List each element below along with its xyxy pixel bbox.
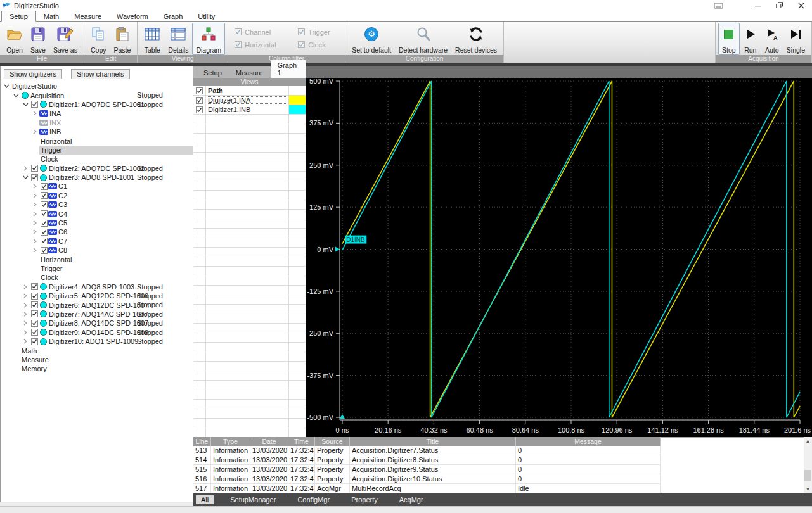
log-row[interactable]: 514Information13/03/202017:32:40Property…	[193, 455, 661, 465]
chevron-right-icon[interactable]	[30, 111, 39, 116]
log-tab-configmgr[interactable]: ConfigMgr	[292, 495, 335, 504]
tree-row[interactable]: Horizontal	[1, 255, 193, 263]
view-checkbox[interactable]	[193, 96, 206, 104]
tree-checkbox[interactable]	[39, 229, 48, 236]
tree-row[interactable]: C6	[1, 227, 193, 236]
tab-measure[interactable]: Measure	[229, 68, 269, 78]
tab-graph-1[interactable]: Graph 1	[271, 60, 306, 78]
tree-row[interactable]: Digitizer1: ADQ7DC SPD-1001Stopped	[1, 100, 193, 109]
log-tab-all[interactable]: All	[196, 495, 214, 504]
log-row[interactable]: 515Information13/03/202017:32:40Property…	[193, 465, 661, 474]
chevron-right-icon[interactable]	[30, 220, 39, 225]
details-button[interactable]: Details	[164, 23, 192, 55]
tree-checkbox[interactable]	[39, 247, 48, 254]
chevron-right-icon[interactable]	[21, 166, 30, 171]
tree-checkbox[interactable]	[30, 101, 39, 108]
tree-checkbox[interactable]	[30, 293, 39, 300]
open-button[interactable]: Open	[3, 23, 27, 55]
filter-checkbox-horizontal[interactable]: Horizontal	[235, 40, 289, 50]
log-row[interactable]: 513Information13/03/202017:32:40Property…	[193, 446, 661, 455]
filter-checkbox-clock[interactable]: Clock	[298, 40, 338, 50]
tree-checkbox[interactable]	[30, 283, 39, 290]
log-tab-property[interactable]: Property	[346, 495, 383, 504]
scroll-up-arrow-icon[interactable]: ▲	[804, 437, 812, 445]
tree-row[interactable]: C4	[1, 209, 193, 218]
chevron-right-icon[interactable]	[30, 193, 39, 198]
chevron-right-icon[interactable]	[21, 312, 30, 317]
view-color-swatch[interactable]	[289, 105, 306, 114]
tree-row[interactable]: Digitizer2: ADQ7DC SPD-1002Stopped	[1, 164, 193, 173]
menu-tab-math[interactable]: Math	[36, 11, 67, 21]
tree-row[interactable]: Memory	[1, 364, 193, 373]
tree-row[interactable]: C3	[1, 200, 193, 209]
set-to-default-button[interactable]: ⚙Set to default	[348, 23, 395, 55]
tree-row[interactable]: Clock	[1, 155, 193, 163]
stop-button[interactable]: Stop	[718, 23, 740, 55]
select-all-checkbox[interactable]	[193, 86, 206, 95]
log-row[interactable]: 517Information13/03/202017:32:40AcqMgrMu…	[193, 484, 661, 493]
tree-row[interactable]: Clock	[1, 273, 193, 282]
menu-tab-utility[interactable]: Utility	[190, 11, 222, 21]
tree-checkbox[interactable]	[30, 320, 39, 327]
tab-setup[interactable]: Setup	[197, 68, 228, 78]
log-row[interactable]: 516Information13/03/202017:32:40Property…	[193, 474, 661, 484]
detect-hardware-button[interactable]: Detect hardware	[395, 23, 451, 55]
table-button[interactable]: Table	[140, 23, 164, 55]
save-as-button[interactable]: Save as	[49, 23, 81, 55]
save-button[interactable]: Save	[27, 23, 49, 55]
tree-row[interactable]: C5	[1, 218, 193, 227]
tree-row[interactable]: Digitizer8: ADQ14DC SPD-1007Stopped	[1, 319, 193, 327]
tree-row[interactable]: Measure	[1, 355, 193, 364]
views-row[interactable]: Digitizer1.INB	[193, 105, 306, 115]
chevron-right-icon[interactable]	[21, 303, 30, 308]
tree-row[interactable]: Digitizer3: ADQ8 SPD-1001Stopped	[1, 173, 193, 182]
tree-checkbox[interactable]	[39, 220, 48, 227]
tree-row[interactable]: INA	[1, 109, 193, 118]
chevron-right-icon[interactable]	[21, 293, 30, 298]
tree-checkbox[interactable]	[30, 310, 39, 317]
filter-checkbox-trigger[interactable]: Trigger	[298, 27, 338, 37]
diagram-button[interactable]: Diagram	[192, 23, 225, 55]
log-header-message[interactable]: Message	[516, 437, 661, 446]
tree-row[interactable]: C2	[1, 191, 193, 200]
tree-row[interactable]: Digitizer9: ADQ14DC SPD-1008Stopped	[1, 328, 193, 337]
chevron-right-icon[interactable]	[30, 229, 39, 234]
chevron-right-icon[interactable]	[30, 129, 39, 134]
tree-row[interactable]: INX	[1, 118, 193, 127]
chevron-right-icon[interactable]	[21, 330, 30, 335]
tree-checkbox[interactable]	[39, 201, 48, 208]
log-tab-acqmgr[interactable]: AcqMgr	[394, 495, 429, 504]
close-button[interactable]	[790, 0, 812, 11]
chevron-right-icon[interactable]	[30, 184, 39, 189]
chevron-right-icon[interactable]	[30, 212, 39, 217]
tree-row[interactable]: Digitizer4: ADQ8 SPD-1003Stopped	[1, 282, 193, 291]
log-header-line[interactable]: Line	[193, 437, 211, 446]
log-header-time[interactable]: Time	[288, 437, 315, 446]
tree-row[interactable]: Digitizer5: ADQ12DC SPD-1006Stopped	[1, 291, 193, 300]
tree-row[interactable]: C7	[1, 237, 193, 246]
view-color-swatch[interactable]	[289, 96, 306, 104]
paste-button[interactable]: Paste	[110, 23, 134, 55]
tree-row[interactable]: C8	[1, 246, 193, 255]
tree-checkbox[interactable]	[30, 174, 39, 181]
tree-checkbox[interactable]	[30, 338, 39, 345]
menu-tab-setup[interactable]: Setup	[1, 11, 36, 22]
tree-row[interactable]: INB	[1, 127, 193, 136]
log-scrollbar[interactable]: ▲ ▼	[804, 437, 812, 493]
auto-button[interactable]: AAuto	[761, 23, 783, 55]
tree-checkbox[interactable]	[30, 329, 39, 336]
tree-row[interactable]: Digitizer10: ADQ1 SPD-1009Stopped	[1, 337, 193, 346]
show-channels-button[interactable]: Show channels	[71, 69, 130, 79]
tree-checkbox[interactable]	[30, 301, 39, 308]
chevron-right-icon[interactable]	[30, 239, 39, 244]
chevron-right-icon[interactable]	[21, 284, 30, 289]
waveform-graph[interactable]: 500 mV375 mV250 mV125 mV0 mV-125 mV-250 …	[306, 78, 812, 437]
scrollbar-thumb[interactable]	[804, 470, 811, 481]
log-header-date[interactable]: Date	[250, 437, 288, 446]
chevron-right-icon[interactable]	[30, 248, 39, 253]
chevron-down-icon[interactable]	[21, 102, 30, 107]
log-header-source[interactable]: Source	[315, 437, 350, 446]
tree-checkbox[interactable]	[39, 210, 48, 217]
chevron-right-icon[interactable]	[21, 320, 30, 326]
tree-checkbox[interactable]	[39, 183, 48, 190]
